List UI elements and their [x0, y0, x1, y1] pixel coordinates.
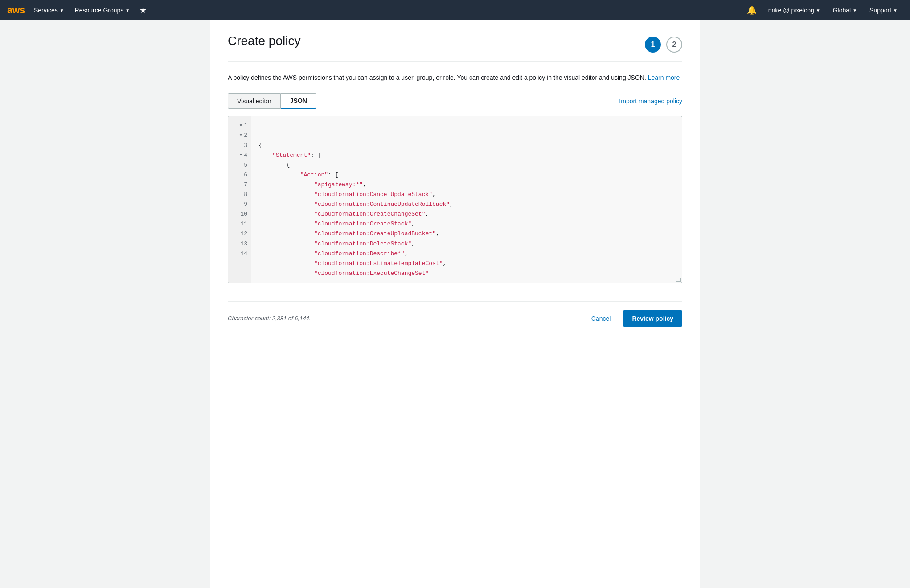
line-number: ▼2 — [232, 131, 247, 140]
resource-groups-chevron-icon: ▼ — [125, 8, 130, 13]
step-indicators: 1 2 — [645, 37, 682, 53]
code-content[interactable]: { "Statement": [ { "Action": [ "apigatew… — [251, 116, 682, 283]
code-line: "apigateway:*", — [258, 180, 675, 190]
code-line: { — [258, 141, 675, 151]
code-line: "cloudformation:CreateStack", — [258, 219, 675, 229]
code-line: "cloudformation:DeleteStack", — [258, 239, 675, 249]
code-line: "cloudformation:CancelUpdateStack", — [258, 190, 675, 200]
cancel-button[interactable]: Cancel — [584, 310, 618, 327]
page-header: Create policy 1 2 — [228, 34, 682, 53]
step-1-indicator: 1 — [645, 37, 661, 53]
description-text: A policy defines the AWS permissions tha… — [228, 73, 682, 82]
resource-groups-label: Resource Groups — [75, 7, 124, 14]
code-line: "Statement": [ — [258, 151, 675, 160]
support-chevron-icon: ▼ — [893, 8, 898, 13]
nav-right-section: 🔔 mike @ pixelcog ▼ Global ▼ Support ▼ — [742, 0, 903, 20]
code-line: "cloudformation:CreateUploadBucket", — [258, 229, 675, 239]
region-chevron-icon: ▼ — [853, 8, 857, 13]
footer-buttons: Cancel Review policy — [584, 310, 682, 327]
line-number: 6 — [232, 170, 247, 180]
fold-arrow-icon[interactable]: ▼ — [240, 132, 242, 139]
line-number: 7 — [232, 180, 247, 190]
footer-bar: Character count: 2,381 of 6,144. Cancel … — [228, 301, 682, 327]
page-title: Create policy — [228, 34, 300, 48]
line-number: 11 — [232, 219, 247, 229]
step-2-indicator: 2 — [666, 37, 682, 53]
resource-groups-nav[interactable]: Resource Groups ▼ — [70, 0, 135, 20]
services-label: Services — [34, 7, 58, 14]
line-number: 9 — [232, 200, 247, 209]
code-line: "cloudformation:EstimateTemplateCost", — [258, 259, 675, 269]
line-number: ▼4 — [232, 151, 247, 160]
line-number: 10 — [232, 209, 247, 219]
user-chevron-icon: ▼ — [816, 8, 820, 13]
code-line: "cloudformation:ContinueUpdateRollback", — [258, 200, 675, 209]
support-menu[interactable]: Support ▼ — [864, 0, 903, 20]
fold-arrow-icon[interactable]: ▼ — [240, 122, 242, 129]
learn-more-link[interactable]: Learn more — [648, 74, 680, 81]
line-numbers: ▼1▼23▼4567891011121314 — [228, 116, 251, 283]
navbar: aws Services ▼ Resource Groups ▼ ★ 🔔 mik… — [0, 0, 910, 20]
code-line: "Action": [ — [258, 170, 675, 180]
line-number: ▼1 — [232, 121, 247, 131]
line-number: 5 — [232, 160, 247, 170]
services-chevron-icon: ▼ — [60, 8, 64, 13]
code-line: "cloudformation:ExecuteChangeSet" — [258, 269, 675, 278]
tab-json[interactable]: JSON — [281, 93, 316, 109]
favorites-star-icon[interactable]: ★ — [135, 5, 151, 15]
code-line: { — [258, 160, 675, 170]
svg-text:aws: aws — [7, 5, 25, 16]
resize-handle-icon[interactable] — [676, 277, 682, 283]
import-managed-policy-link[interactable]: Import managed policy — [619, 98, 682, 105]
tab-visual-editor[interactable]: Visual editor — [228, 93, 281, 109]
main-content: Create policy 1 2 A policy defines the A… — [210, 20, 700, 588]
line-number: 8 — [232, 190, 247, 200]
header-divider — [228, 61, 682, 62]
review-policy-button[interactable]: Review policy — [623, 310, 682, 327]
region-label: Global — [833, 7, 851, 14]
fold-arrow-icon[interactable]: ▼ — [240, 152, 242, 159]
user-menu[interactable]: mike @ pixelcog ▼ — [763, 0, 826, 20]
services-nav[interactable]: Services ▼ — [29, 0, 70, 20]
aws-logo[interactable]: aws — [7, 4, 25, 16]
json-editor[interactable]: ▼1▼23▼4567891011121314 { "Statement": [ … — [228, 116, 682, 283]
code-editor-inner: ▼1▼23▼4567891011121314 { "Statement": [ … — [228, 116, 682, 283]
line-number: 14 — [232, 249, 247, 259]
user-label: mike @ pixelcog — [768, 7, 814, 14]
tabs-container: Visual editor JSON Import managed policy — [228, 93, 682, 109]
line-number: 13 — [232, 239, 247, 249]
region-menu[interactable]: Global ▼ — [828, 0, 862, 20]
support-label: Support — [869, 7, 891, 14]
line-number: 3 — [232, 141, 247, 151]
char-count: Character count: 2,381 of 6,144. — [228, 315, 311, 322]
notifications-bell-icon[interactable]: 🔔 — [742, 5, 761, 15]
code-line: "cloudformation:Describe*", — [258, 249, 675, 259]
line-number: 12 — [232, 229, 247, 239]
code-line: "cloudformation:CreateChangeSet", — [258, 209, 675, 219]
editor-tabs: Visual editor JSON — [228, 93, 316, 109]
